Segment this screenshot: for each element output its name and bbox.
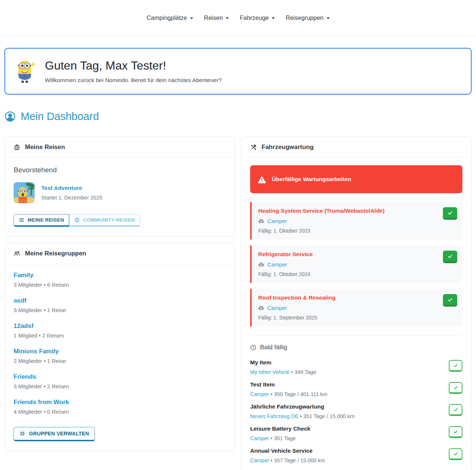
list-item: asdf 3 Mitglieder • 1 Reise [14,297,226,313]
my-trips-button-label: MEINE REISEN [28,217,64,223]
vehicle-link[interactable]: Camper [250,391,269,397]
due-soon-meta: • 357 Tage / 15.000 km [271,457,325,463]
list-item: Friends from Work 4 Mitglieder • 0 Reise… [14,399,226,415]
my-trips-button[interactable]: MEINE REISEN [14,214,69,227]
my-trips-title: Meine Reisen [25,144,65,151]
vehicle-link[interactable]: Camper [250,457,269,463]
minion-avatar [14,59,35,84]
due-soon-heading: Bald fällig [250,344,462,351]
check-icon [453,451,458,456]
overdue-maintenance-item: Refrigerator Service Camper Fällig: 1. O… [250,245,462,283]
mark-done-button[interactable] [443,251,457,263]
caret-down-icon [226,17,229,19]
group-meta: 1 Mitglied • 2 Reisen [14,332,226,339]
people-icon [14,250,20,257]
clock-icon [250,344,256,351]
mark-done-button[interactable] [449,360,462,372]
group-meta: 3 Mitglieder • 6 Reisen [14,282,226,288]
group-link[interactable]: Friends from Work [14,399,69,406]
due-date: Fällig: 1. Oktober 2024 [258,271,456,277]
nav-menu-label: Reisegruppen [286,14,324,21]
caret-down-icon [190,17,193,19]
trip-thumbnail[interactable] [14,182,35,203]
community-trips-button[interactable]: COMMUNITY-REISEN [69,214,140,227]
mark-done-button[interactable] [443,294,457,307]
maintenance-task-name: Annual Vehicle Service [250,448,325,454]
group-link[interactable]: 12adsf [14,322,33,330]
group-link[interactable]: Minions Family [14,348,59,355]
overdue-maintenance-item: Roof Inspection & Resealing Camper Fälli… [250,289,462,326]
trip-item: Test Adventure Startet 1. Dezember 2025 [14,182,226,203]
page-title: Mein Dashboard [4,110,472,123]
mark-done-button[interactable] [449,382,462,394]
welcome-subtitle: Willkommen zurück bei Nomindo. Bereit fü… [45,77,222,84]
vehicle-link[interactable]: Camper [267,305,287,311]
group-link[interactable]: Family [14,272,33,279]
travel-groups-header: Meine Reisegruppen [5,243,235,264]
caret-down-icon [272,17,275,19]
nav-menu-item[interactable]: Reisen [204,14,229,21]
maintenance-task-name: My Item [250,359,316,366]
my-trips-header: Meine Reisen [5,137,235,158]
mark-done-button[interactable] [449,448,462,460]
due-soon-item: Test Item Camper • 350 Tage / 401.111 km [250,381,462,397]
vehicle-link[interactable]: My other Vehicle [250,369,289,375]
group-meta: 3 Mitglieder • 2 Reisen [14,383,226,389]
mark-done-button[interactable] [449,426,462,438]
group-meta: 4 Mitglieder • 0 Reisen [14,409,226,415]
check-icon [447,297,453,303]
due-soon-meta: • 351 Tage / 15.000 km [300,413,354,419]
trip-start-date: Startet 1. Dezember 2025 [41,195,102,201]
vehicle-maintenance-header: Fahrzeugwartung [241,137,471,158]
page-title-text: Mein Dashboard [21,110,99,123]
vehicle-link[interactable]: Camper [267,218,287,224]
nav-menu-item[interactable]: Campingplätze [146,14,193,21]
due-soon-item: Jährliche Fahrzeugwartung Neues Fahrzeug… [250,403,462,419]
group-link[interactable]: Friends [14,373,36,381]
travel-groups-card: Meine Reisegruppen Family 3 Mitglieder •… [4,243,235,451]
nav-menu-label: Campingplätze [146,14,187,21]
my-trips-card: Meine Reisen Bevorstehend [4,137,235,237]
vehicle-link[interactable]: Camper [250,435,269,441]
check-icon [447,210,453,216]
top-navbar: Campingplätze Reisen Fahrzeuge Reisegrup… [0,0,476,36]
trip-name-link[interactable]: Test Adventure [41,185,102,191]
upcoming-label: Bevorstehend [14,166,226,174]
welcome-title: Guten Tag, Max Tester! [45,59,222,73]
nav-menu-item[interactable]: Reisegruppen [286,14,330,21]
welcome-banner: Guten Tag, Max Tester! Willkommen zurück… [4,48,472,95]
divider [250,335,462,336]
vehicle-link[interactable]: Neues Fahrzeug DE [250,413,298,419]
caret-down-icon [327,17,330,19]
check-icon [453,429,458,434]
list-item: Friends 3 Mitglieder • 2 Reisen [14,373,226,389]
car-icon [258,305,264,311]
check-icon [453,407,458,412]
overdue-alert: Überfällige Wartungsarbeiten [250,165,462,193]
car-icon [258,262,264,268]
group-link[interactable]: asdf [14,297,26,304]
tools-icon [250,144,257,151]
due-soon-meta: • 349 Tage [291,369,316,375]
mark-done-button[interactable] [443,207,457,220]
list-item: 12adsf 1 Mitglied • 2 Reisen [14,322,226,339]
check-icon [447,254,453,259]
due-date: Fällig: 1. Oktober 2023 [258,228,456,234]
manage-groups-button-label: GRUPPEN VERWALTEN [29,431,89,437]
nav-menu-item[interactable]: Fahrzeuge [240,14,275,21]
due-date: Fällig: 1. September 2025 [258,315,456,321]
list-item: Family 3 Mitglieder • 6 Reisen [14,272,226,288]
car-icon [258,218,264,224]
vehicle-link[interactable]: Camper [267,261,287,268]
globe-icon [74,217,80,223]
overdue-alert-text: Überfällige Wartungsarbeiten [272,176,351,183]
nav-menu-label: Fahrzeuge [240,14,269,21]
mark-done-button[interactable] [449,404,462,416]
maintenance-task-name: Leisure Battery Check [250,425,310,432]
list-icon [19,217,24,223]
manage-groups-button[interactable]: GRUPPEN VERWALTEN [14,427,95,441]
check-icon [453,385,458,390]
maintenance-task-name: Roof Inspection & Resealing [258,294,456,301]
community-trips-button-label: COMMUNITY-REISEN [83,217,135,223]
due-soon-item: My Item My other Vehicle • 349 Tage [250,359,462,375]
